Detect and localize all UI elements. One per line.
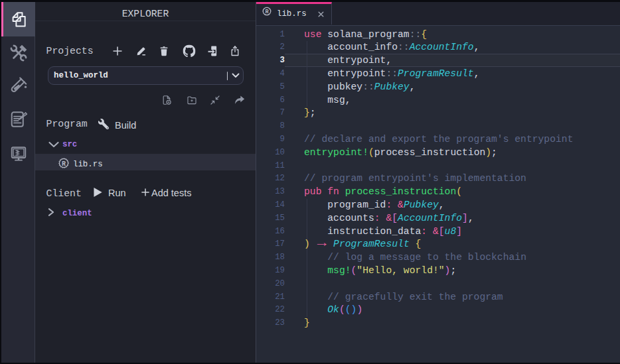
svg-text:R: R [266,9,270,15]
svg-text:R: R [62,160,66,168]
